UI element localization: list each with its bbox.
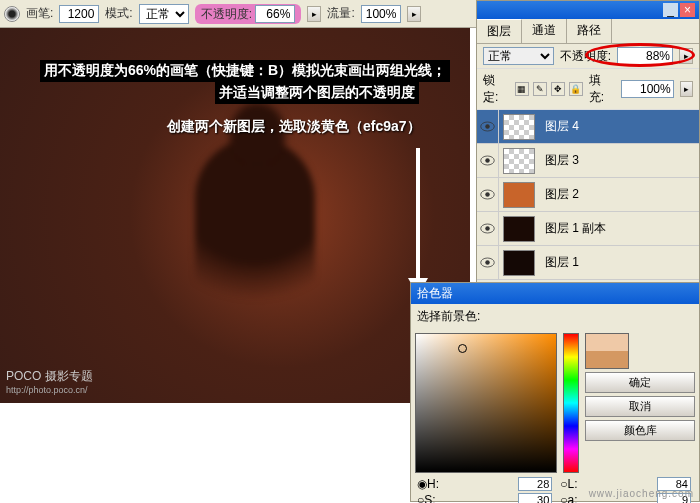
svg-point-5: [485, 192, 490, 197]
fill-dropdown-icon[interactable]: ▸: [680, 81, 693, 97]
mode-label: 模式:: [105, 5, 132, 22]
flow-label: 流量:: [327, 5, 354, 22]
caption-1: 用不透明度为66%的画笔（快捷键：B）模拟光束画出两组光线；: [40, 60, 450, 82]
layer-row[interactable]: 图层 3: [477, 144, 699, 178]
opacity-value[interactable]: 66%: [255, 5, 295, 23]
layer-name: 图层 2: [545, 186, 579, 203]
layer-opacity-value[interactable]: 88%: [617, 47, 673, 65]
layer-thumb: [503, 216, 535, 242]
brush-label: 画笔:: [26, 5, 53, 22]
visibility-eye-icon[interactable]: [477, 178, 499, 212]
layers-panel: _ × 图层 通道 路径 正常 不透明度: 88% ▸ 锁定: ▦ ✎ ✥ 🔒 …: [476, 0, 700, 290]
layer-opacity-label: 不透明度:: [560, 48, 611, 65]
arrow-down-icon: [408, 148, 428, 298]
silhouette-image: [195, 138, 315, 368]
layer-blend-select[interactable]: 正常: [483, 47, 554, 65]
opacity-dropdown-icon[interactable]: ▸: [679, 48, 693, 64]
picker-title: 拾色器: [411, 283, 699, 304]
caption-3: 创建两个新图层，选取淡黄色（efc9a7）: [167, 118, 421, 136]
svg-point-9: [485, 260, 490, 265]
close-icon[interactable]: ×: [680, 3, 695, 17]
lock-all-icon[interactable]: 🔒: [569, 82, 583, 96]
tab-paths[interactable]: 路径: [567, 19, 612, 43]
layer-name: 图层 1: [545, 254, 579, 271]
lock-label: 锁定:: [483, 72, 509, 106]
swatches-button[interactable]: 颜色库: [585, 420, 695, 441]
site-watermark: www.jiaocheng.com: [589, 488, 694, 499]
caption-2: 并适当调整两个图层的不透明度: [215, 82, 419, 104]
lock-transparent-icon[interactable]: ▦: [515, 82, 529, 96]
fill-value[interactable]: 100%: [621, 80, 674, 98]
visibility-eye-icon[interactable]: [477, 212, 499, 246]
lock-icons: ▦ ✎ ✥ 🔒: [515, 82, 583, 96]
h-input[interactable]: [518, 477, 552, 491]
lock-position-icon[interactable]: ✥: [551, 82, 565, 96]
color-field[interactable]: [415, 333, 557, 473]
tab-layers[interactable]: 图层: [477, 19, 522, 43]
layer-thumb: [503, 114, 535, 140]
cancel-button[interactable]: 取消: [585, 396, 695, 417]
layer-thumb: [503, 148, 535, 174]
layer-row[interactable]: 图层 1: [477, 246, 699, 280]
poco-watermark: POCO 摄影专题http://photo.poco.cn/: [6, 367, 93, 395]
hue-slider[interactable]: [563, 333, 579, 473]
tab-channels[interactable]: 通道: [522, 19, 567, 43]
s-input[interactable]: [518, 493, 552, 503]
layer-row[interactable]: 图层 2: [477, 178, 699, 212]
svg-point-3: [485, 158, 490, 163]
brush-size-value[interactable]: 1200: [59, 5, 99, 23]
layer-name: 图层 1 副本: [545, 220, 606, 237]
layer-row[interactable]: 图层 1 副本: [477, 212, 699, 246]
minimize-icon[interactable]: _: [663, 3, 678, 17]
visibility-eye-icon[interactable]: [477, 246, 499, 280]
brush-preview-icon[interactable]: [4, 6, 20, 22]
panel-tabs: 图层 通道 路径: [477, 19, 699, 44]
opacity-label: 不透明度:: [201, 7, 252, 21]
blend-mode-select[interactable]: 正常: [139, 4, 189, 24]
lock-pixels-icon[interactable]: ✎: [533, 82, 547, 96]
layer-name: 图层 4: [545, 118, 579, 135]
picker-subtitle: 选择前景色:: [411, 304, 699, 329]
color-picker: 拾色器 选择前景色: 确定 取消 颜色库 ◉H: ○L: ○S: ○a: ○B:…: [410, 282, 700, 502]
svg-point-7: [485, 226, 490, 231]
layer-thumb: [503, 182, 535, 208]
layer-thumb: [503, 250, 535, 276]
canvas-image: 用不透明度为66%的画笔（快捷键：B）模拟光束画出两组光线； 并适当调整两个图层…: [0, 28, 470, 403]
flow-value[interactable]: 100%: [361, 5, 402, 23]
color-marker-icon: [458, 344, 467, 353]
layer-name: 图层 3: [545, 152, 579, 169]
color-swatch: [585, 333, 629, 369]
visibility-eye-icon[interactable]: [477, 110, 499, 144]
layer-row[interactable]: 图层 4: [477, 110, 699, 144]
visibility-eye-icon[interactable]: [477, 144, 499, 178]
flow-arrow-icon[interactable]: ▸: [407, 6, 421, 22]
panel-title-bar: _ ×: [477, 1, 699, 19]
opacity-arrow-icon[interactable]: ▸: [307, 6, 321, 22]
ok-button[interactable]: 确定: [585, 372, 695, 393]
fill-label: 填充:: [589, 72, 615, 106]
svg-point-1: [485, 124, 490, 129]
layer-list: 图层 4图层 3图层 2图层 1 副本图层 1: [477, 110, 699, 296]
